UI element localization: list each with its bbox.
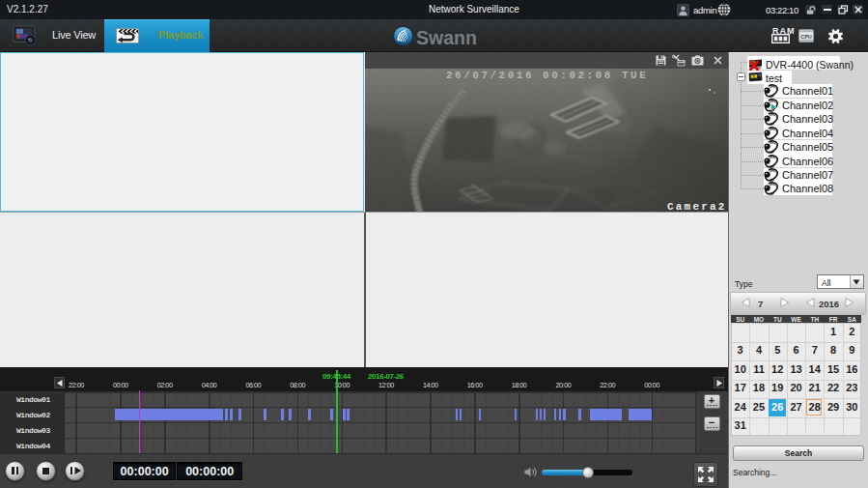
svg-text:Camera2: Camera2 — [667, 201, 727, 212]
svg-text:CPU: CPU — [800, 34, 812, 40]
svg-text:26/07/2016 00:02:08 TUE: 26/07/2016 00:02:08 TUE — [446, 70, 648, 81]
